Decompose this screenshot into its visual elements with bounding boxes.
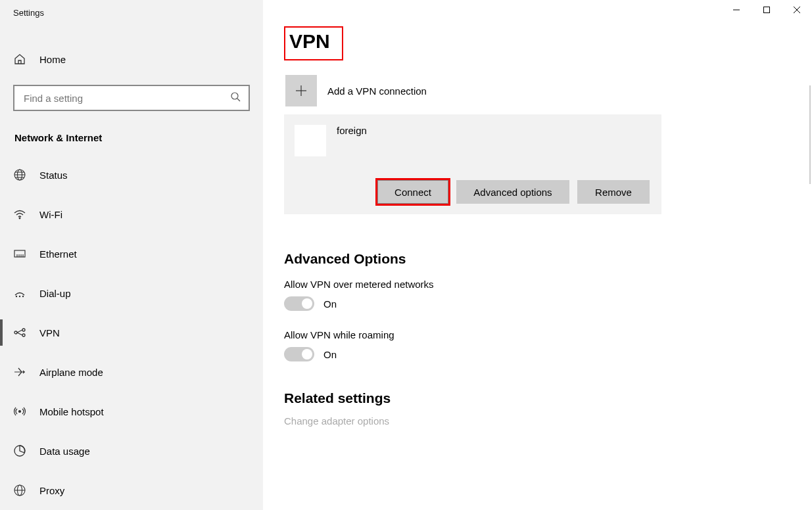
close-button[interactable]	[782, 0, 812, 20]
search-box[interactable]	[13, 85, 250, 111]
scrollbar[interactable]	[809, 85, 811, 184]
add-vpn-connection[interactable]: Add a VPN connection	[284, 75, 812, 106]
svg-point-11	[19, 218, 20, 219]
toggle-roaming[interactable]	[284, 347, 314, 361]
nav-home[interactable]: Home	[0, 45, 263, 73]
plus-icon	[285, 75, 317, 106]
sidebar-item-label: Status	[39, 170, 68, 181]
sidebar-item-status[interactable]: Status	[0, 155, 263, 195]
vpn-icon	[13, 326, 26, 339]
wifi-icon	[13, 208, 26, 221]
airplane-icon	[13, 365, 26, 379]
remove-button[interactable]: Remove	[577, 180, 650, 204]
toggle-metered[interactable]	[284, 296, 314, 311]
toggle-roaming-state: On	[323, 349, 337, 360]
svg-point-18	[16, 296, 17, 297]
proxy-icon	[13, 484, 26, 497]
svg-point-25	[19, 411, 21, 413]
sidebar-item-wifi[interactable]: Wi-Fi	[0, 195, 263, 234]
nav-home-label: Home	[39, 54, 66, 65]
svg-point-21	[22, 329, 25, 331]
vpn-connection-icon	[295, 125, 326, 156]
dialup-icon	[13, 287, 26, 300]
sidebar-item-label: Dial-up	[39, 288, 71, 299]
search-icon	[230, 91, 241, 104]
option-roaming-label: Allow VPN while roaming	[284, 329, 812, 340]
minimize-button[interactable]	[721, 0, 752, 20]
sidebar-item-label: Airplane mode	[39, 367, 103, 378]
sidebar-item-label: Wi-Fi	[39, 209, 62, 220]
window-title: Settings	[0, 0, 263, 26]
sidebar-item-label: Mobile hotspot	[39, 406, 104, 417]
sidebar-nav: Status Wi-Fi Ethernet Dial-up	[0, 155, 263, 510]
page-title: VPN	[284, 26, 343, 60]
search-input[interactable]	[22, 92, 230, 104]
home-icon	[13, 53, 26, 66]
sidebar-item-airplane[interactable]: Airplane mode	[0, 352, 263, 392]
sidebar-item-dialup[interactable]: Dial-up	[0, 273, 263, 313]
sidebar-item-vpn[interactable]: VPN	[0, 313, 263, 352]
sidebar-item-label: VPN	[39, 327, 60, 338]
sidebar-item-proxy[interactable]: Proxy	[0, 471, 263, 510]
globe-icon	[13, 168, 26, 181]
sidebar-item-label: Ethernet	[39, 248, 77, 260]
advanced-options-heading: Advanced Options	[284, 251, 812, 267]
change-adapter-options-link[interactable]: Change adapter options	[284, 415, 812, 427]
sidebar-item-label: Proxy	[39, 485, 64, 496]
sidebar-item-hotspot[interactable]: Mobile hotspot	[0, 392, 263, 431]
svg-line-23	[17, 330, 22, 333]
related-settings-heading: Related settings	[284, 390, 812, 406]
svg-point-17	[19, 296, 20, 297]
sidebar-item-label: Data usage	[39, 446, 90, 457]
advanced-options-button[interactable]: Advanced options	[456, 180, 569, 204]
svg-rect-1	[764, 7, 770, 13]
option-metered-label: Allow VPN over metered networks	[284, 279, 812, 290]
svg-line-5	[237, 99, 240, 101]
toggle-metered-state: On	[323, 298, 337, 310]
svg-point-20	[14, 331, 17, 334]
hotspot-icon	[13, 405, 26, 418]
maximize-button[interactable]	[752, 0, 782, 20]
svg-point-19	[22, 296, 24, 297]
window-controls	[721, 0, 812, 20]
add-vpn-label: Add a VPN connection	[327, 85, 427, 97]
svg-point-22	[22, 334, 25, 336]
vpn-connection-name: foreign	[337, 125, 367, 136]
settings-sidebar: Settings Home Network & Internet Status	[0, 0, 263, 510]
ethernet-icon	[13, 247, 26, 260]
svg-point-4	[231, 93, 238, 99]
sidebar-item-datausage[interactable]: Data usage	[0, 431, 263, 471]
sidebar-item-ethernet[interactable]: Ethernet	[0, 234, 263, 273]
vpn-connection-item[interactable]: foreign Connect Advanced options Remove	[284, 114, 661, 214]
connect-button[interactable]: Connect	[377, 180, 448, 204]
main-content: VPN Add a VPN connection foreign Connect…	[263, 0, 812, 510]
svg-line-24	[17, 333, 22, 335]
data-usage-icon	[13, 444, 26, 457]
sidebar-category: Network & Internet	[0, 124, 263, 155]
